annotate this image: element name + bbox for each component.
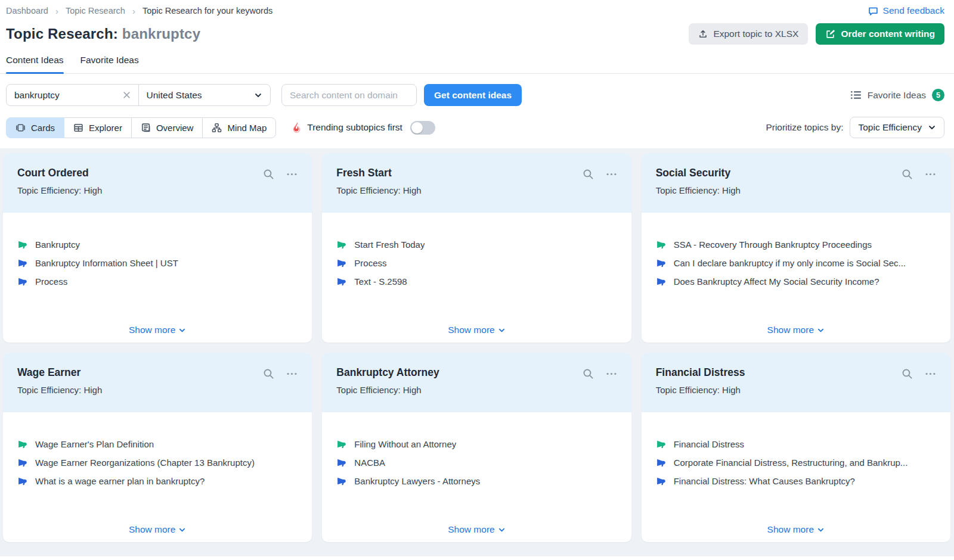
idea-item[interactable]: Process (336, 258, 617, 268)
toggle-knob (411, 122, 423, 133)
chevron-down-icon (498, 526, 506, 534)
cards-view-icon (16, 123, 26, 133)
card-title: Court Ordered (17, 167, 102, 179)
idea-item[interactable]: Bankruptcy Lawyers - Attorneys (336, 476, 617, 486)
topic-card-bankruptcy-attorney: Bankruptcy Attorney Topic Efficiency: Hi… (322, 353, 631, 542)
card-title: Bankruptcy Attorney (336, 366, 439, 379)
megaphone-icon (17, 276, 27, 287)
idea-item[interactable]: Bankruptcy (17, 239, 298, 250)
megaphone-icon (656, 439, 666, 449)
export-xlsx-button[interactable]: Export topic to XLSX (689, 23, 808, 45)
breadcrumb-separator: › (132, 6, 135, 16)
megaphone-icon (336, 239, 346, 250)
favorite-count-badge: 5 (932, 89, 944, 101)
tab-content-ideas[interactable]: Content Ideas (6, 55, 64, 73)
keyword-input[interactable] (14, 90, 104, 101)
idea-item[interactable]: Wage Earner's Plan Definition (17, 439, 298, 449)
idea-item[interactable]: Process (17, 276, 298, 287)
idea-item[interactable]: Financial Distress: What Causes Bankrupt… (656, 476, 936, 486)
topic-efficiency: Topic Efficiency: High (17, 185, 102, 195)
feedback-bubble-icon (868, 6, 878, 16)
chevron-down-icon (817, 526, 825, 534)
more-options-icon[interactable] (606, 169, 617, 180)
megaphone-icon (656, 276, 666, 287)
idea-item[interactable]: Bankruptcy Information Sheet | UST (17, 258, 298, 268)
breadcrumb-separator: › (55, 6, 58, 16)
mindmap-view-label: Mind Map (227, 123, 267, 133)
megaphone-icon (17, 258, 27, 268)
show-more-link[interactable]: Show more (448, 524, 505, 535)
search-topic-icon[interactable] (902, 169, 913, 180)
show-more-link[interactable]: Show more (448, 325, 505, 335)
megaphone-icon (336, 276, 346, 287)
megaphone-icon (336, 458, 346, 468)
favorite-ideas-label: Favorite Ideas (868, 90, 926, 101)
more-options-icon[interactable] (286, 368, 298, 379)
idea-item[interactable]: Wage Earner Reorganizations (Chapter 13 … (17, 458, 298, 468)
top-bar: Dashboard › Topic Research › Topic Resea… (0, 0, 954, 16)
idea-item[interactable]: NACBA (336, 458, 617, 468)
idea-item[interactable]: Financial Distress (656, 439, 936, 449)
view-mode-overview[interactable]: Overview (131, 117, 203, 138)
view-mode-cards[interactable]: Cards (6, 117, 64, 138)
topic-efficiency: Topic Efficiency: High (17, 385, 102, 395)
view-mode-row: Cards Explorer Overview (0, 117, 954, 138)
idea-item[interactable]: Corporate Financial Distress, Restructur… (656, 458, 936, 468)
chevron-down-icon (817, 326, 825, 334)
idea-item[interactable]: Can I declare bankruptcy if my only inco… (656, 258, 936, 268)
send-feedback-link[interactable]: Send feedback (868, 5, 944, 16)
megaphone-icon (656, 239, 666, 250)
view-mode-explorer[interactable]: Explorer (64, 117, 132, 138)
get-content-ideas-button[interactable]: Get content ideas (424, 84, 522, 106)
topic-efficiency: Topic Efficiency: High (336, 185, 421, 195)
search-topic-icon[interactable] (263, 169, 274, 180)
idea-item[interactable]: Start Fresh Today (336, 239, 617, 250)
search-topic-icon[interactable] (902, 368, 913, 379)
header-actions: Export topic to XLSX Order content writi… (689, 23, 944, 45)
topic-card-wage-earner: Wage Earner Topic Efficiency: High Wage … (3, 353, 312, 542)
idea-item[interactable]: Filing Without an Attorney (336, 439, 617, 449)
search-topic-icon[interactable] (583, 368, 594, 379)
more-options-icon[interactable] (925, 169, 936, 180)
country-select[interactable]: United States (139, 85, 271, 105)
more-options-icon[interactable] (925, 368, 936, 379)
show-more-link[interactable]: Show more (767, 325, 825, 335)
show-more-link[interactable]: Show more (767, 524, 825, 535)
clear-keyword-icon[interactable] (123, 91, 131, 99)
prioritize-select[interactable]: Topic Efficiency (850, 117, 944, 138)
breadcrumb-dashboard[interactable]: Dashboard (6, 6, 48, 15)
upload-icon (698, 29, 708, 39)
domain-search-input[interactable] (281, 84, 417, 106)
card-header: Social Security Topic Efficiency: High (642, 153, 950, 213)
favorite-ideas-control[interactable]: Favorite Ideas 5 (850, 89, 944, 101)
view-mode-switcher: Cards Explorer Overview (6, 117, 276, 138)
tab-bar: Content Ideas Favorite Ideas (0, 55, 954, 74)
view-mode-mindmap[interactable]: Mind Map (202, 117, 276, 138)
keyword-country-group: United States (6, 84, 271, 106)
card-title: Fresh Start (336, 167, 421, 179)
tab-favorite-ideas[interactable]: Favorite Ideas (80, 55, 139, 73)
list-icon (850, 90, 862, 100)
search-topic-icon[interactable] (583, 169, 594, 180)
idea-item[interactable]: What is a wage earner plan in bankruptcy… (17, 476, 298, 486)
card-header: Court Ordered Topic Efficiency: High (3, 153, 312, 213)
card-header: Wage Earner Topic Efficiency: High (3, 353, 312, 412)
chevron-down-icon (928, 123, 936, 132)
topic-card-financial-distress: Financial Distress Topic Efficiency: Hig… (642, 353, 950, 542)
idea-item[interactable]: Does Bankruptcy Affect My Social Securit… (656, 276, 936, 287)
breadcrumb-topic-research[interactable]: Topic Research (66, 6, 125, 15)
trending-subtopics-label: Trending subtopics first (307, 122, 402, 133)
card-header: Financial Distress Topic Efficiency: Hig… (642, 353, 950, 412)
idea-item[interactable]: SSA - Recovery Through Bankruptcy Procee… (656, 239, 936, 250)
more-options-icon[interactable] (606, 368, 617, 379)
trending-toggle[interactable] (410, 121, 435, 135)
more-options-icon[interactable] (286, 169, 298, 180)
chevron-down-icon (254, 91, 262, 99)
show-more-link[interactable]: Show more (129, 524, 186, 535)
show-more-link[interactable]: Show more (129, 325, 186, 335)
prioritize-value: Topic Efficiency (858, 122, 922, 133)
idea-item[interactable]: Text - S.2598 (336, 276, 617, 287)
search-topic-icon[interactable] (263, 368, 274, 379)
topic-cards-grid: Court Ordered Topic Efficiency: High Ban… (3, 153, 950, 542)
order-content-writing-button[interactable]: Order content writing (816, 23, 944, 45)
